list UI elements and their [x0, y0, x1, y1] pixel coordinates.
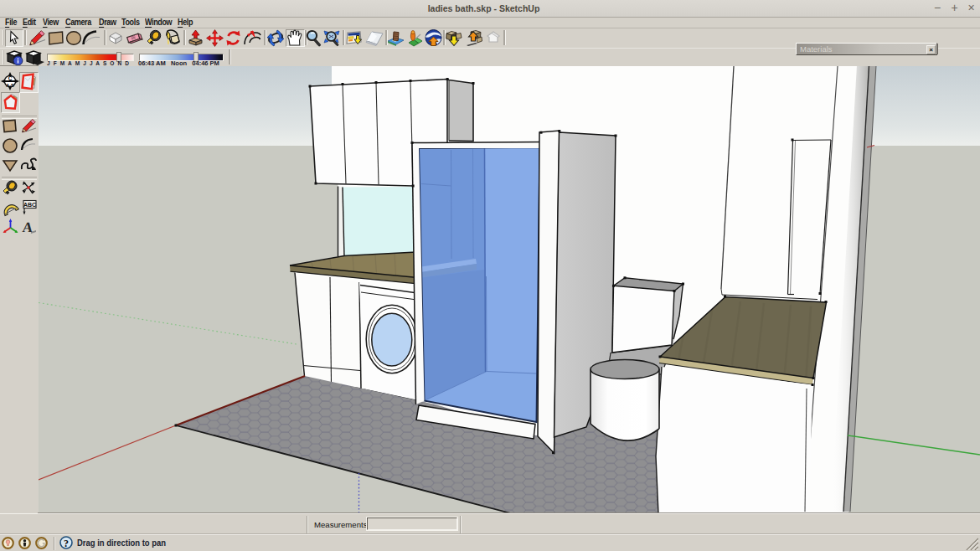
svg-text:ABC: ABC	[23, 202, 36, 208]
svg-text:?: ?	[64, 538, 69, 549]
svg-text:A-S: A-S	[6, 83, 14, 88]
svg-text:C: C	[8, 75, 13, 81]
